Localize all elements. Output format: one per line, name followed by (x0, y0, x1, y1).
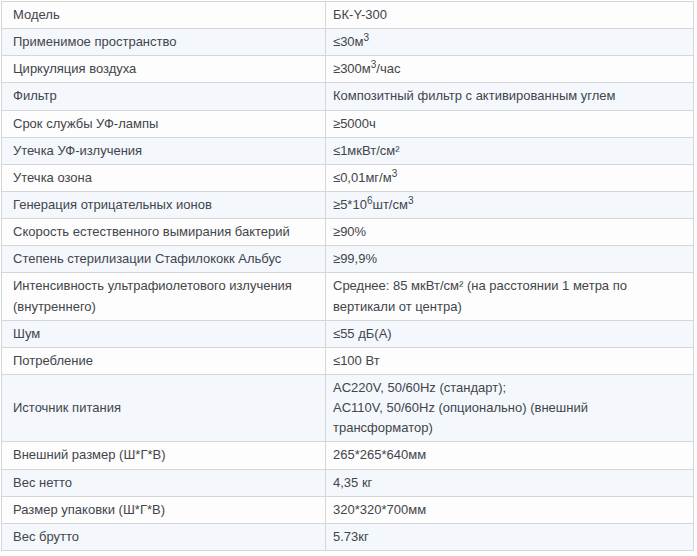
spec-label: Срок службы УФ-лампы (2, 110, 326, 137)
superscript: 3 (364, 32, 370, 43)
table-row: Генерация отрицательных ионов ≥5*106шт/с… (2, 191, 694, 218)
spec-label: Циркуляция воздуха (2, 56, 326, 83)
spec-value: ≤100 Вт (326, 347, 694, 374)
superscript: 3 (392, 168, 398, 179)
spec-label: Вес брутто (2, 523, 326, 550)
spec-label: Генерация отрицательных ионов (2, 191, 326, 218)
spec-label: Утечка УФ-излучения (2, 137, 326, 164)
spec-value-line: ≥90% (333, 222, 683, 242)
table-row: Степень стерилизации Стафилококк Альбус … (2, 246, 694, 273)
table-row: Интенсивность ультрафиолетового излучени… (2, 273, 694, 320)
table-row: Шум ≤55 дБ(А) (2, 320, 694, 347)
spec-value-line: БК-Y-300 (333, 5, 683, 25)
spec-value: AC220V, 50/60Hz (стандарт);AC110V, 50/60… (326, 374, 694, 441)
spec-value: 5.73кг (326, 523, 694, 550)
spec-value: ≥99,9% (326, 246, 694, 273)
superscript: 3 (408, 195, 414, 206)
spec-value-line: ≤100 Вт (333, 351, 683, 371)
spec-value: 265*265*640мм (326, 442, 694, 469)
spec-label: Применимое пространство (2, 29, 326, 56)
spec-value-line: Композитный фильтр с активированным угле… (333, 86, 683, 106)
spec-value-line: 5.73кг (333, 527, 683, 547)
spec-value-line: 265*265*640мм (333, 445, 683, 465)
spec-value-line: ≤30м3 (333, 32, 683, 52)
spec-value: ≥5*106шт/см3 (326, 191, 694, 218)
spec-value-line: 4,35 кг (333, 473, 683, 493)
table-row: Срок службы УФ-лампы ≥5000ч (2, 110, 694, 137)
spec-label: Шум (2, 320, 326, 347)
spec-label: Внешний размер (Ш*Г*В) (2, 442, 326, 469)
spec-value-line: 320*320*700мм (333, 500, 683, 520)
spec-value: ≤55 дБ(А) (326, 320, 694, 347)
spec-label: Модель (2, 2, 326, 29)
table-row: Циркуляция воздуха ≥300м3/час (2, 56, 694, 83)
spec-value: ≤1мкВт/см² (326, 137, 694, 164)
table-row: Размер упаковки (Ш*Г*В) 320*320*700мм (2, 496, 694, 523)
spec-label: Размер упаковки (Ш*Г*В) (2, 496, 326, 523)
spec-label: Степень стерилизации Стафилококк Альбус (2, 246, 326, 273)
spec-value-line: ≥5*106шт/см3 (333, 195, 683, 215)
table-row: Источник питания AC220V, 50/60Hz (станда… (2, 374, 694, 441)
spec-label: Вес нетто (2, 469, 326, 496)
spec-label: Источник питания (2, 374, 326, 441)
spec-value-line: ≥300м3/час (333, 59, 683, 79)
table-row: Утечка озона ≤0,01мг/м3 (2, 164, 694, 191)
table-row: Применимое пространство ≤30м3 (2, 29, 694, 56)
table-row: Модель БК-Y-300 (2, 2, 694, 29)
spec-value: Среднее: 85 мкВт/см² (на расстоянии 1 ме… (326, 273, 694, 320)
spec-table-body: Модель БК-Y-300 Применимое пространство … (2, 2, 694, 551)
spec-value-line: ≤55 дБ(А) (333, 324, 683, 344)
table-row: Внешний размер (Ш*Г*В) 265*265*640мм (2, 442, 694, 469)
spec-value: 320*320*700мм (326, 496, 694, 523)
specifications-page: Модель БК-Y-300 Применимое пространство … (0, 0, 697, 556)
table-row: Потребление ≤100 Вт (2, 347, 694, 374)
spec-value: ≤0,01мг/м3 (326, 164, 694, 191)
spec-value: ≥5000ч (326, 110, 694, 137)
spec-value: ≤30м3 (326, 29, 694, 56)
spec-value: ≥300м3/час (326, 56, 694, 83)
table-row: Вес брутто 5.73кг (2, 523, 694, 550)
spec-label: Интенсивность ультрафиолетового излучени… (2, 273, 326, 320)
spec-value: 4,35 кг (326, 469, 694, 496)
spec-value-line: ≤0,01мг/м3 (333, 168, 683, 188)
spec-value-line: AC110V, 50/60Hz (опционально) (внешний т… (333, 398, 683, 438)
spec-value: БК-Y-300 (326, 2, 694, 29)
spec-label: Фильтр (2, 83, 326, 110)
table-row: Скорость естественного вымирания бактери… (2, 219, 694, 246)
spec-value-line: ≥5000ч (333, 114, 683, 134)
spec-value-line: ≤1мкВт/см² (333, 141, 683, 161)
table-row: Вес нетто 4,35 кг (2, 469, 694, 496)
spec-table: Модель БК-Y-300 Применимое пространство … (1, 1, 694, 551)
spec-value-line: AC220V, 50/60Hz (стандарт); (333, 378, 683, 398)
spec-label: Скорость естественного вымирания бактери… (2, 219, 326, 246)
spec-value: ≥90% (326, 219, 694, 246)
table-row: Утечка УФ-излучения ≤1мкВт/см² (2, 137, 694, 164)
spec-label: Потребление (2, 347, 326, 374)
spec-label: Утечка озона (2, 164, 326, 191)
spec-value: Композитный фильтр с активированным угле… (326, 83, 694, 110)
table-row: Фильтр Композитный фильтр с активированн… (2, 83, 694, 110)
spec-value-line: ≥99,9% (333, 249, 683, 269)
spec-value-line: Среднее: 85 мкВт/см² (на расстоянии 1 ме… (333, 276, 683, 316)
